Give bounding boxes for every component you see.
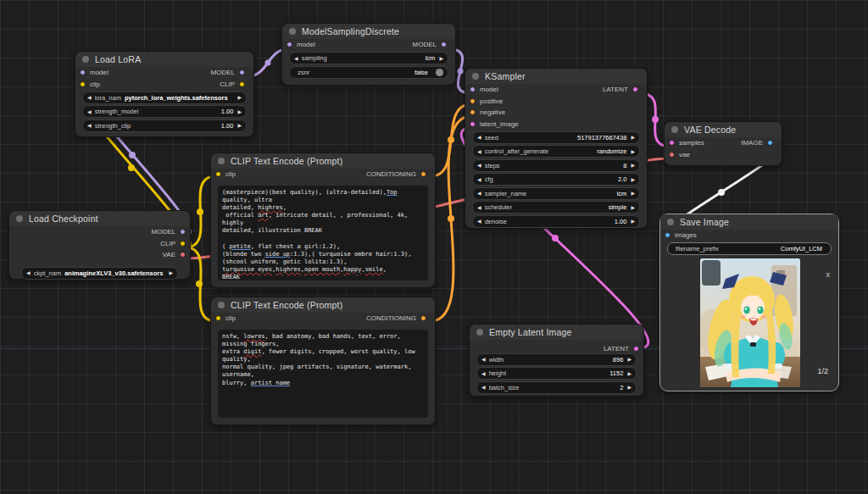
- widget-steps[interactable]: ◀steps8▶: [472, 159, 640, 172]
- next-value-icon[interactable]: ▶: [169, 270, 173, 275]
- clip-port-icon[interactable]: [239, 81, 245, 87]
- prev-value-icon[interactable]: ◀: [294, 56, 298, 61]
- increment-icon[interactable]: ▶: [627, 371, 632, 376]
- decrement-icon[interactable]: ◀: [87, 109, 92, 114]
- prev-value-icon[interactable]: ◀: [87, 95, 92, 100]
- input-clip[interactable]: clip CLIP: [75, 79, 253, 91]
- node-ksampler[interactable]: KSampler model LATENT positive negative …: [465, 68, 648, 229]
- decrement-icon[interactable]: ◀: [87, 123, 92, 128]
- increment-icon[interactable]: ▶: [237, 123, 242, 128]
- input-model[interactable]: model LATENT: [465, 84, 647, 96]
- prev-value-icon[interactable]: ◀: [477, 191, 481, 196]
- widget-width[interactable]: ◀width896▶: [476, 353, 637, 366]
- decrement-icon[interactable]: ◀: [477, 163, 481, 168]
- node-clip-text-encode-negative[interactable]: CLIP Text Encode (Prompt) clip CONDITION…: [210, 297, 436, 425]
- negative-prompt-textarea[interactable]: nsfw, lowres, bad anatomy, bad hands, te…: [218, 330, 428, 418]
- increment-icon[interactable]: ▶: [627, 385, 632, 390]
- node-save-image[interactable]: Save Image images filename_prefixComfyUI…: [659, 214, 839, 391]
- node-collapse-dot-icon[interactable]: [218, 158, 225, 164]
- model-port-icon[interactable]: [239, 69, 245, 75]
- prev-value-icon[interactable]: ◀: [477, 149, 481, 154]
- node-collapse-dot-icon[interactable]: [289, 28, 296, 35]
- next-value-icon[interactable]: ▶: [439, 56, 443, 61]
- node-load-lora[interactable]: Load LoRA model MODEL clip CLIP ◀lora_na…: [75, 51, 254, 137]
- decrement-icon[interactable]: ◀: [481, 385, 486, 390]
- latent-port-icon[interactable]: [632, 86, 638, 92]
- node-collapse-dot-icon[interactable]: [476, 329, 483, 336]
- node-title: CLIP Text Encode (Prompt): [231, 156, 342, 166]
- increment-icon[interactable]: ▶: [237, 109, 242, 114]
- input-vae[interactable]: vae: [665, 149, 782, 161]
- conditioning-port-icon[interactable]: [420, 315, 426, 321]
- next-value-icon[interactable]: ▶: [237, 95, 242, 100]
- next-value-icon[interactable]: ▶: [631, 205, 635, 210]
- input-clip[interactable]: clip CONDITIONING: [211, 313, 435, 325]
- next-value-icon[interactable]: ▶: [631, 149, 635, 154]
- node-vae-decode[interactable]: VAE Decode samples IMAGE vae: [664, 121, 782, 166]
- node-collapse-dot-icon[interactable]: [472, 73, 479, 80]
- vae-port-icon[interactable]: [180, 252, 186, 258]
- widget-lora-name[interactable]: ◀lora_nampytorch_lora_weights.safetensor…: [82, 92, 247, 104]
- input-images[interactable]: images: [660, 230, 838, 241]
- node-collapse-dot-icon[interactable]: [671, 126, 678, 133]
- output-clip[interactable]: CLIP: [9, 238, 190, 250]
- node-load-checkpoint[interactable]: Load Checkpoint MODEL CLIP VAE ◀ckpt_nam…: [8, 210, 191, 280]
- image-port-icon[interactable]: [767, 140, 773, 146]
- widget-sampler-name[interactable]: ◀sampler_namelcm▶: [472, 187, 640, 200]
- widget-control-after-generate[interactable]: ◀control_after_generaterandomize▶: [472, 145, 640, 158]
- preview-image[interactable]: [700, 258, 800, 387]
- increment-icon[interactable]: ▶: [631, 177, 635, 182]
- widget-ckpt-name[interactable]: ◀ckpt_namanimagineXLV3_v30.safetensors▶: [21, 267, 178, 280]
- prev-value-icon[interactable]: ◀: [26, 270, 31, 275]
- widget-strength-model[interactable]: ◀strength_model1.00▶: [82, 105, 247, 118]
- widget-zsnr-toggle[interactable]: zsnrfalse: [289, 66, 448, 79]
- widget-denoise[interactable]: ◀denoise1.00▶: [472, 215, 640, 228]
- output-vae[interactable]: VAE: [9, 249, 190, 261]
- node-collapse-dot-icon[interactable]: [667, 219, 674, 225]
- decrement-icon[interactable]: ◀: [477, 177, 481, 182]
- node-clip-text-encode-positive[interactable]: CLIP Text Encode (Prompt) clip CONDITION…: [210, 153, 436, 288]
- input-positive[interactable]: positive: [465, 96, 647, 108]
- toggle-knob-icon[interactable]: [436, 69, 443, 76]
- model-port-icon[interactable]: [441, 42, 447, 47]
- clip-port-icon[interactable]: [180, 241, 186, 247]
- node-empty-latent-image[interactable]: Empty Latent Image LATENT ◀width896▶ ◀he…: [469, 324, 644, 397]
- widget-batch-size[interactable]: ◀batch_size2▶: [476, 381, 637, 394]
- widget-cfg[interactable]: ◀cfg2.0▶: [472, 173, 640, 186]
- positive-prompt-textarea[interactable]: (masterpiece)(best quality), (ultra-deta…: [218, 186, 428, 280]
- widget-scheduler[interactable]: ◀schedulersimple▶: [472, 201, 640, 214]
- decrement-icon[interactable]: ◀: [477, 135, 481, 140]
- node-collapse-dot-icon[interactable]: [16, 215, 23, 222]
- preview-close-button[interactable]: x: [826, 270, 831, 279]
- conditioning-port-icon[interactable]: [420, 171, 426, 177]
- input-latent-image[interactable]: latent_image: [465, 119, 647, 130]
- preview-page-indicator[interactable]: 1/2: [817, 367, 828, 375]
- decrement-icon[interactable]: ◀: [481, 357, 486, 362]
- input-negative[interactable]: negative: [465, 107, 647, 119]
- input-samples[interactable]: samples IMAGE: [665, 137, 782, 149]
- node-collapse-dot-icon[interactable]: [82, 56, 89, 63]
- latent-port-icon[interactable]: [633, 346, 639, 352]
- input-clip[interactable]: clip CONDITIONING: [211, 169, 435, 180]
- graph-canvas[interactable]: { "icons": { "left": "◀", "right": "▶", …: [0, 0, 868, 494]
- widget-seed[interactable]: ◀seed51791377667438▶: [472, 131, 640, 144]
- widget-filename-prefix[interactable]: filename_prefixComfyUI_LCM: [667, 242, 832, 255]
- increment-icon[interactable]: ▶: [631, 163, 635, 168]
- widget-strength-clip[interactable]: ◀strength_clip1.00▶: [82, 119, 247, 132]
- next-value-icon[interactable]: ▶: [631, 191, 635, 196]
- widget-height[interactable]: ◀height1152▶: [476, 367, 637, 380]
- model-port-icon[interactable]: [180, 229, 186, 235]
- input-model[interactable]: model MODEL: [75, 67, 253, 79]
- decrement-icon[interactable]: ◀: [481, 371, 486, 376]
- increment-icon[interactable]: ▶: [631, 219, 635, 224]
- widget-sampling[interactable]: ◀samplinglcm▶: [289, 52, 448, 64]
- node-collapse-dot-icon[interactable]: [218, 302, 225, 308]
- output-model[interactable]: MODEL: [9, 226, 190, 238]
- prev-value-icon[interactable]: ◀: [477, 205, 481, 210]
- output-latent[interactable]: LATENT: [599, 343, 643, 355]
- node-model-sampling-discrete[interactable]: ModelSamplingDiscrete model MODEL ◀sampl…: [281, 23, 456, 86]
- input-model[interactable]: model MODEL: [282, 39, 455, 51]
- decrement-icon[interactable]: ◀: [477, 219, 481, 224]
- increment-icon[interactable]: ▶: [631, 135, 635, 140]
- increment-icon[interactable]: ▶: [627, 357, 632, 362]
